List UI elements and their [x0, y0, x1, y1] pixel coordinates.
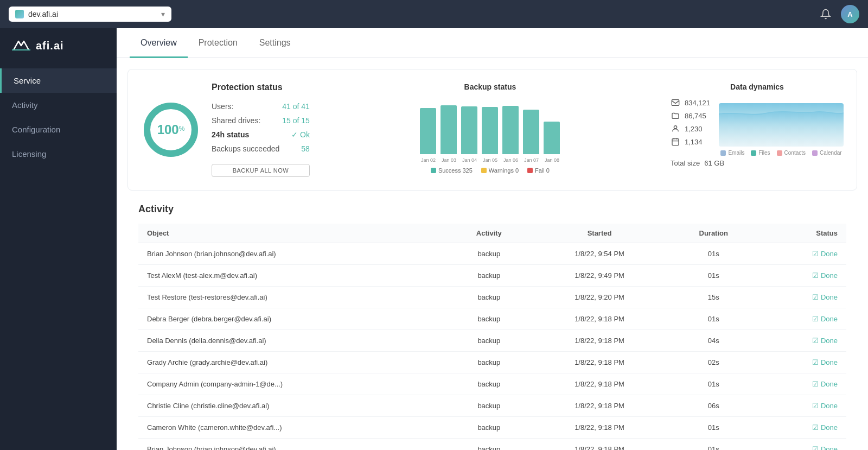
activity-duration: 01s	[667, 439, 760, 451]
table-row[interactable]: Test Restore (test-restores@dev.afi.ai)b…	[138, 287, 846, 308]
sidebar-footer: Help Support support@afi.ai	[0, 443, 117, 450]
table-row[interactable]: Test AlexM (test-alex.m@dev.afi.ai)backu…	[138, 265, 846, 287]
table-row[interactable]: Cameron White (cameron.white@dev.afi...)…	[138, 417, 846, 439]
area-legend-dot	[777, 150, 782, 156]
bar	[544, 122, 560, 154]
activity-type: backup	[446, 265, 532, 287]
table-row[interactable]: Christie Cline (christie.cline@dev.afi.a…	[138, 395, 846, 417]
donut-sym: %	[179, 125, 185, 132]
area-legend-label: Emails	[728, 150, 744, 156]
main-content: Overview Protection Settings 100%	[117, 28, 868, 450]
tab-settings[interactable]: Settings	[248, 28, 302, 58]
url-dropdown-icon[interactable]: ▾	[161, 10, 165, 18]
sidebar-item-configuration[interactable]: Configuration	[0, 117, 117, 142]
tab-overview[interactable]: Overview	[130, 28, 188, 58]
activity-duration: 01s	[667, 308, 760, 330]
activity-status: ☑Done	[760, 352, 846, 373]
activity-duration: 06s	[667, 395, 760, 417]
users-row: Users: 41 of 41	[212, 102, 310, 111]
bar-group: Jan 06	[502, 106, 519, 163]
avatar[interactable]: A	[841, 5, 859, 23]
protection-left: 100% Protection status Users: 41 of 41 S…	[141, 83, 310, 177]
shared-drives-value: 15 of 15	[282, 116, 310, 125]
activity-object: Cameron White (cameron.white@dev.afi...)	[138, 417, 446, 439]
tab-protection[interactable]: Protection	[188, 28, 248, 58]
activity-object: Company Admin (company-admin-1@de...)	[138, 373, 446, 395]
bar-group: Jan 05	[482, 107, 498, 163]
svg-rect-4	[672, 139, 679, 145]
activity-duration: 01s	[667, 417, 760, 439]
table-row[interactable]: Debra Berger (debra.berger@dev.afi.ai)ba…	[138, 308, 846, 330]
activity-started: 1/8/22, 9:49 PM	[532, 265, 667, 287]
bar	[502, 106, 519, 154]
table-row[interactable]: Brian Johnson (brian.johnson@dev.afi.ai)…	[138, 243, 846, 265]
area-chart-svg	[719, 103, 844, 147]
status-card: 100% Protection status Users: 41 of 41 S…	[127, 69, 857, 191]
activity-section: Activity Object Activity Started Duratio…	[127, 204, 857, 450]
folder-icon	[671, 111, 680, 121]
done-check-icon: ☑	[812, 250, 819, 258]
bar-label: Jan 06	[503, 157, 518, 163]
activity-duration: 01s	[667, 373, 760, 395]
bar	[461, 106, 477, 154]
ok-text: Ok	[300, 130, 310, 139]
activity-type: backup	[446, 417, 532, 439]
person-icon	[671, 124, 680, 134]
col-duration: Duration	[667, 224, 760, 243]
legend-dot	[527, 168, 533, 173]
sidebar-item-label-service: Service	[14, 76, 41, 85]
url-bar[interactable]: dev.afi.ai ▾	[9, 7, 171, 22]
activity-duration: 04s	[667, 330, 760, 352]
area-legend-dot	[751, 150, 756, 156]
table-row[interactable]: Company Admin (company-admin-1@de...)bac…	[138, 373, 846, 395]
bar-group: Jan 04	[461, 106, 477, 163]
backup-chart-section: Backup status Jan 02Jan 03Jan 04Jan 05Ja…	[331, 83, 649, 177]
area-chart-legend: EmailsFilesContactsCalendar	[719, 150, 844, 156]
donut-pct-value: 100	[157, 122, 179, 137]
area-legend-label: Calendar	[820, 150, 842, 156]
table-row[interactable]: Brian Johnson (brian.johnson@dev.afi.ai)…	[138, 439, 846, 451]
sidebar-item-activity[interactable]: Activity	[0, 93, 117, 117]
done-text: Done	[821, 380, 838, 388]
activity-started: 1/8/22, 9:18 PM	[532, 439, 667, 451]
activity-object: Debra Berger (debra.berger@dev.afi.ai)	[138, 308, 446, 330]
col-status: Status	[760, 224, 846, 243]
activity-duration: 01s	[667, 243, 760, 265]
activity-object: Brian Johnson (brian.johnson@dev.afi.ai)	[138, 243, 446, 265]
area-chart	[719, 103, 844, 147]
bar	[523, 110, 539, 154]
activity-object: Delia Dennis (delia.dennis@dev.afi.ai)	[138, 330, 446, 352]
donut-chart: 100%	[141, 100, 201, 160]
col-activity: Activity	[446, 224, 532, 243]
activity-status: ☑Done	[760, 373, 846, 395]
table-row[interactable]: Grady Archie (grady.archie@dev.afi.ai)ba…	[138, 352, 846, 373]
tabs: Overview Protection Settings	[117, 28, 868, 58]
data-count-person: 1,230	[685, 125, 703, 133]
data-count-folder: 86,745	[685, 112, 706, 120]
legend-item: Warnings 0	[481, 167, 519, 174]
area-legend-dot	[720, 150, 726, 156]
sidebar-item-licensing[interactable]: Licensing	[0, 142, 117, 166]
activity-started: 1/8/22, 9:18 PM	[532, 330, 667, 352]
table-row[interactable]: Delia Dennis (delia.dennis@dev.afi.ai)ba…	[138, 330, 846, 352]
sidebar-item-service[interactable]: Service	[0, 68, 117, 93]
activity-duration: 01s	[667, 265, 760, 287]
data-dynamics-title: Data dynamics	[671, 83, 844, 91]
area-legend-item: Emails	[720, 150, 744, 156]
area-legend-label: Files	[758, 150, 770, 156]
content-area: Overview Protection Settings 100%	[117, 28, 868, 450]
bar	[420, 108, 436, 154]
backups-succeeded-label: Backups succeeded	[212, 144, 279, 153]
area-legend-item: Calendar	[812, 150, 842, 156]
done-text: Done	[821, 423, 838, 432]
activity-status: ☑Done	[760, 395, 846, 417]
data-dynamics-row: 834,121	[671, 98, 710, 107]
activity-type: backup	[446, 439, 532, 451]
bar-group: Jan 03	[441, 105, 457, 163]
notification-icon[interactable]	[817, 5, 834, 23]
legend-dot	[481, 168, 487, 173]
done-check-icon: ☑	[812, 402, 819, 410]
backup-all-now-button[interactable]: BACKUP ALL NOW	[212, 164, 310, 177]
url-text: dev.afi.ai	[28, 10, 157, 18]
backup-chart-title: Backup status	[331, 83, 649, 91]
